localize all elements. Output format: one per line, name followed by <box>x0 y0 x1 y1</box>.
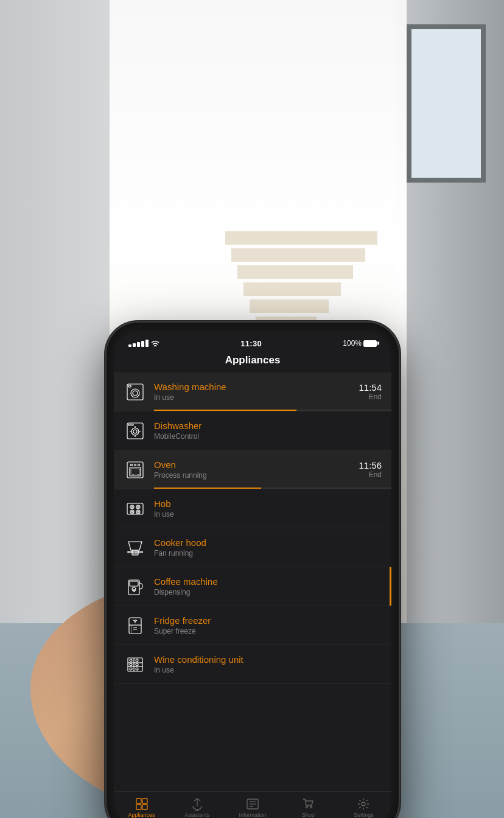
svg-rect-52 <box>136 799 141 803</box>
signal-dot-1 <box>128 344 131 347</box>
assistants-nav-label: Assistants <box>184 812 209 818</box>
washing-machine-time: 11:54 End <box>359 382 382 401</box>
page-title: Appliances <box>114 352 391 372</box>
svg-point-49 <box>136 659 138 662</box>
nav-settings[interactable]: Settings <box>336 797 391 818</box>
fridge-freezer-icon <box>124 614 147 637</box>
shop-nav-label: Shop <box>302 812 315 818</box>
oven-icon <box>124 458 147 481</box>
dishwasher-content: Dishwasher MobileControl <box>154 421 382 441</box>
svg-point-26 <box>138 511 139 512</box>
svg-point-15 <box>135 464 136 466</box>
cooker-hood-content: Cooker hood Fan running <box>154 537 382 558</box>
hob-name: Hob <box>154 498 382 509</box>
washing-machine-status: In use <box>154 393 359 402</box>
assistants-nav-icon <box>191 797 204 811</box>
signal-dot-5 <box>145 340 149 347</box>
svg-rect-54 <box>136 805 141 809</box>
svg-rect-3 <box>128 385 131 387</box>
bg-window <box>407 24 486 183</box>
appliances-nav-icon <box>135 797 149 811</box>
appliances-nav-label: Appliances <box>128 812 155 818</box>
appliance-item-coffee-machine[interactable]: Coffee machine Dispensing <box>114 567 391 606</box>
signal-dot-4 <box>141 341 144 347</box>
battery-area: 100% <box>343 339 377 348</box>
svg-rect-53 <box>142 799 147 803</box>
appliance-item-fridge-freezer[interactable]: Fridge freezer Super freeze <box>114 606 391 645</box>
nav-appliances[interactable]: Appliances <box>114 797 169 818</box>
wine-conditioning-content: Wine conditioning unit In use <box>154 654 382 674</box>
hob-status: In use <box>154 510 382 519</box>
hob-content: Hob In use <box>154 498 382 519</box>
appliance-item-wine-conditioning[interactable]: Wine conditioning unit In use <box>114 645 391 684</box>
oven-time-label: End <box>359 470 382 479</box>
coffee-machine-name: Coffee machine <box>154 576 382 587</box>
svg-point-23 <box>131 506 133 508</box>
phone-wrapper: 11:30 100% Appliances <box>107 323 399 818</box>
wine-conditioning-name: Wine conditioning unit <box>154 654 382 665</box>
washing-machine-icon <box>124 380 147 404</box>
svg-point-5 <box>131 428 139 435</box>
bottom-nav: Appliances Assistants <box>114 791 391 818</box>
dishwasher-status: MobileControl <box>154 432 382 441</box>
fridge-freezer-status: Super freeze <box>154 627 382 635</box>
svg-point-25 <box>131 511 133 512</box>
appliance-item-dishwasher[interactable]: Dishwasher MobileControl <box>114 411 391 450</box>
coffee-machine-indicator <box>390 567 391 606</box>
svg-point-63 <box>310 806 312 808</box>
status-bar: 11:30 100% <box>114 331 391 352</box>
washing-machine-progress-container <box>154 410 391 411</box>
battery-icon <box>363 340 377 347</box>
information-nav-label: Information <box>239 812 266 818</box>
svg-point-35 <box>132 587 136 591</box>
hob-icon <box>124 497 147 520</box>
dishwasher-name: Dishwasher <box>154 421 382 431</box>
svg-point-48 <box>130 668 132 670</box>
svg-rect-11 <box>128 424 133 425</box>
signal-dot-2 <box>133 343 136 347</box>
svg-marker-27 <box>128 542 142 550</box>
wifi-icon <box>151 340 159 347</box>
phone-screen: 11:30 100% Appliances <box>114 331 391 818</box>
information-nav-icon <box>246 797 259 811</box>
oven-name: Oven <box>154 460 359 470</box>
svg-point-64 <box>362 802 365 806</box>
svg-point-47 <box>130 663 132 666</box>
svg-point-21 <box>130 510 134 514</box>
washing-machine-time-value: 11:54 <box>359 382 382 393</box>
oven-status: Process running <box>154 471 359 480</box>
cooker-hood-name: Cooker hood <box>154 537 382 548</box>
appliance-list[interactable]: Washing machine In use 11:54 End <box>114 372 391 791</box>
nav-assistants[interactable]: Assistants <box>169 797 225 818</box>
washing-machine-content: Washing machine In use <box>154 382 359 402</box>
shop-nav-icon <box>301 797 315 811</box>
washing-machine-progress-fill <box>154 410 296 411</box>
appliance-item-hob[interactable]: Hob In use <box>114 489 391 528</box>
appliance-item-oven[interactable]: Oven Process running 11:56 End <box>114 450 391 489</box>
svg-point-46 <box>130 659 132 662</box>
svg-rect-18 <box>127 503 143 514</box>
oven-content: Oven Process running <box>154 460 359 480</box>
svg-point-50 <box>136 663 138 666</box>
svg-rect-34 <box>130 581 138 586</box>
washing-machine-name: Washing machine <box>154 382 359 392</box>
nav-shop[interactable]: Shop <box>281 797 336 818</box>
svg-point-16 <box>138 464 140 466</box>
coffee-machine-status: Dispensing <box>154 588 382 596</box>
wine-conditioning-status: In use <box>154 666 382 674</box>
cooker-hood-icon <box>124 536 147 559</box>
svg-point-14 <box>131 464 133 466</box>
fridge-freezer-name: Fridge freezer <box>154 615 382 626</box>
battery-percentage: 100% <box>343 339 362 348</box>
signal-area <box>128 340 159 347</box>
signal-dot-3 <box>137 342 140 347</box>
washing-machine-time-label: End <box>359 393 382 401</box>
svg-rect-29 <box>128 551 142 553</box>
oven-progress-fill <box>154 488 261 489</box>
svg-point-20 <box>136 505 140 509</box>
nav-information[interactable]: Information <box>225 797 280 818</box>
appliance-item-cooker-hood[interactable]: Cooker hood Fan running <box>114 528 391 567</box>
settings-nav-icon <box>357 797 370 811</box>
settings-nav-label: Settings <box>354 812 374 818</box>
appliance-item-washing-machine[interactable]: Washing machine In use 11:54 End <box>114 372 391 411</box>
